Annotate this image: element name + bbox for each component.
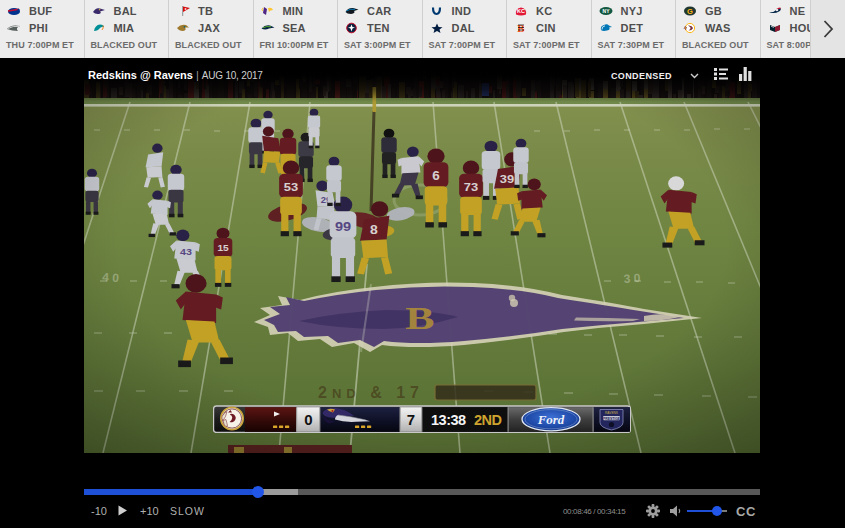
svg-text:RAVENS: RAVENS	[605, 411, 618, 415]
svg-text:0: 0	[304, 411, 312, 428]
svg-text:PRESTIGE: PRESTIGE	[603, 417, 621, 421]
svg-text:2ND: 2ND	[474, 412, 502, 428]
svg-text:G: G	[687, 7, 693, 16]
svg-text:13:38: 13:38	[431, 412, 466, 428]
svg-text:KC: KC	[517, 8, 525, 14]
svg-text:Ford: Ford	[537, 412, 565, 427]
svg-text:NY: NY	[602, 8, 610, 14]
svg-text:7: 7	[407, 411, 415, 428]
svg-text:B: B	[517, 22, 525, 34]
